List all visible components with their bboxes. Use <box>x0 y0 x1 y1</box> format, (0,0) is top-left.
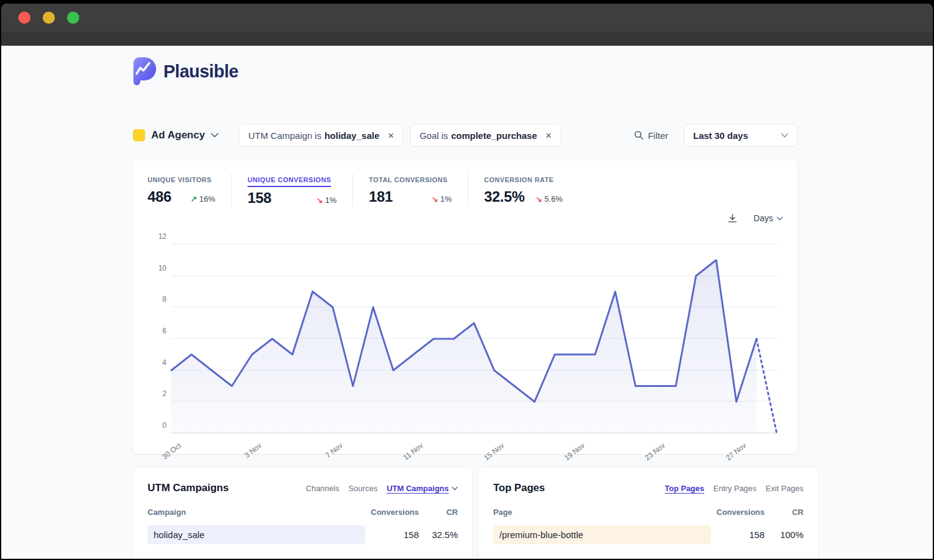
x-axis-tick-label: 15 Nov <box>476 441 506 467</box>
active-filters: UTM Campaign is holiday_sale × Goal is c… <box>239 124 561 146</box>
top-pages-card: Top Pages Top Pages Entry Pages Exit Pag… <box>479 467 818 559</box>
interval-label: Days <box>754 213 773 223</box>
remove-filter-icon[interactable]: × <box>546 130 552 141</box>
close-window-button[interactable] <box>18 12 30 24</box>
top-stats: UNIQUE VISITORS 486 ↗ 16% UNIQUE CONVERS… <box>148 174 783 207</box>
breakdown-cards: UTM Campaigns Channels Sources UTM Campa… <box>133 467 797 559</box>
y-axis-tick-label: 4 <box>162 358 166 367</box>
site-selector[interactable]: Ad Agency <box>133 129 218 141</box>
site-favicon <box>133 129 145 141</box>
filter-button-label: Filter <box>648 130 668 141</box>
column-headers: Page Conversions CR <box>493 508 804 517</box>
page-content: Plausible Ad Agency UTM Campaign is holi… <box>1 46 933 559</box>
tab-exit-pages[interactable]: Exit Pages <box>766 484 804 493</box>
card-title: UTM Campaigns <box>148 482 229 494</box>
date-range-value: Last 30 days <box>693 130 748 141</box>
card-tabs: Top Pages Entry Pages Exit Pages <box>665 484 804 493</box>
tab-utm-campaigns[interactable]: UTM Campaigns <box>387 484 458 493</box>
stat-value: 181 <box>369 188 393 205</box>
search-icon <box>634 130 644 140</box>
remove-filter-icon[interactable]: × <box>388 130 394 141</box>
minimize-window-button[interactable] <box>43 12 55 24</box>
row-bar: holiday_sale <box>148 525 365 544</box>
filter-chip-prefix: UTM Campaign is <box>248 130 321 141</box>
stat-total-conversions[interactable]: TOTAL CONVERSIONS 181 ↘ 1% <box>352 174 468 207</box>
x-axis-tick-label: 3 Nov <box>233 441 263 467</box>
visitors-line-chart[interactable]: 024681012 <box>171 244 777 433</box>
stat-label: TOTAL CONVERSIONS <box>369 176 447 186</box>
interval-dropdown[interactable]: Days <box>754 213 783 223</box>
filter-chip-prefix: Goal is <box>419 130 448 141</box>
arrow-down-right-icon: ↘ <box>316 196 323 205</box>
column-headers: Campaign Conversions CR <box>148 508 458 517</box>
stat-label: CONVERSION RATE <box>484 176 554 186</box>
row-bar: /premium-blue-bottle <box>493 525 711 544</box>
y-axis-tick-label: 6 <box>162 327 166 335</box>
stat-label: UNIQUE VISITORS <box>148 176 212 186</box>
brand-header: Plausible <box>133 57 797 85</box>
table-row[interactable]: /premium-blue-bottle 158 100% <box>493 525 804 544</box>
chevron-down-icon <box>781 133 788 138</box>
filter-chip-value: holiday_sale <box>324 130 379 141</box>
stat-unique-conversions[interactable]: UNIQUE CONVERSIONS 158 ↘ 1% <box>231 174 352 207</box>
app-window: Plausible Ad Agency UTM Campaign is holi… <box>1 4 933 559</box>
x-axis-tick-label: 23 Nov <box>636 441 667 467</box>
chart-svg <box>171 244 777 433</box>
row-cr: 100% <box>765 530 804 540</box>
zoom-window-button[interactable] <box>67 12 79 24</box>
filter-chip-value: complete_purchase <box>451 130 537 141</box>
chart-area-fill <box>171 260 757 433</box>
card-tabs: Channels Sources UTM Campaigns <box>306 484 458 493</box>
chevron-down-icon <box>452 486 458 491</box>
stat-delta: ↘ 1% <box>432 194 452 204</box>
stat-delta: ↗ 16% <box>190 194 215 204</box>
row-name[interactable]: /premium-blue-bottle <box>499 530 583 540</box>
table-row[interactable]: holiday_sale 158 32.5% <box>148 525 458 544</box>
x-axis-tick-label: 27 Nov <box>718 441 748 467</box>
stat-value: 158 <box>248 190 271 207</box>
row-name[interactable]: holiday_sale <box>154 530 204 540</box>
stat-delta: ↘ 5.6% <box>536 194 563 204</box>
y-axis-tick-label: 10 <box>159 264 166 272</box>
site-name: Ad Agency <box>151 129 205 141</box>
brand-name: Plausible <box>163 62 238 82</box>
row-conversions: 158 <box>365 530 419 540</box>
tab-top-pages[interactable]: Top Pages <box>665 484 704 493</box>
stat-conversion-rate[interactable]: CONVERSION RATE 32.5% ↘ 5.6% <box>468 174 579 207</box>
arrow-down-right-icon: ↘ <box>432 194 438 204</box>
browser-toolbar <box>1 32 933 46</box>
x-axis-tick-label: 7 Nov <box>314 441 344 467</box>
tab-entry-pages[interactable]: Entry Pages <box>713 484 757 493</box>
y-axis-tick-label: 2 <box>162 389 166 398</box>
chevron-down-icon <box>777 216 783 221</box>
y-axis-tick-label: 8 <box>162 295 166 303</box>
chart-controls: Days <box>148 210 783 226</box>
tab-sources[interactable]: Sources <box>348 484 377 493</box>
y-axis-tick-label: 12 <box>159 232 166 241</box>
stat-unique-visitors[interactable]: UNIQUE VISITORS 486 ↗ 16% <box>148 174 231 207</box>
chart-line-dashed <box>757 339 777 433</box>
utm-campaigns-card: UTM Campaigns Channels Sources UTM Campa… <box>133 467 472 559</box>
plausible-logo-icon[interactable] <box>133 57 156 85</box>
filter-chip-goal[interactable]: Goal is complete_purchase × <box>410 124 561 146</box>
window-titlebar <box>1 4 933 32</box>
y-axis-tick-label: 0 <box>162 421 166 430</box>
card-title: Top Pages <box>493 482 545 494</box>
download-export-button[interactable] <box>727 213 738 224</box>
x-axis-tick-label: 11 Nov <box>394 441 425 467</box>
arrow-down-right-icon: ↘ <box>536 194 543 204</box>
stat-value: 486 <box>148 188 171 205</box>
date-range-picker[interactable]: Last 30 days <box>684 124 797 146</box>
stat-label: UNIQUE CONVERSIONS <box>248 176 331 187</box>
filter-button[interactable]: Filter <box>634 130 668 141</box>
row-conversions: 158 <box>711 530 765 540</box>
stat-value: 32.5% <box>484 188 525 205</box>
arrow-up-right-icon: ↗ <box>190 194 197 204</box>
stat-delta: ↘ 1% <box>316 196 337 205</box>
tab-channels[interactable]: Channels <box>306 484 340 493</box>
row-cr: 32.5% <box>419 530 458 540</box>
x-axis-tick-label: 30 Oct <box>152 441 183 467</box>
filter-row: Ad Agency UTM Campaign is holiday_sale ×… <box>133 124 797 146</box>
filter-chip-utm-campaign[interactable]: UTM Campaign is holiday_sale × <box>239 124 403 146</box>
x-axis-tick-label: 19 Nov <box>556 441 586 467</box>
